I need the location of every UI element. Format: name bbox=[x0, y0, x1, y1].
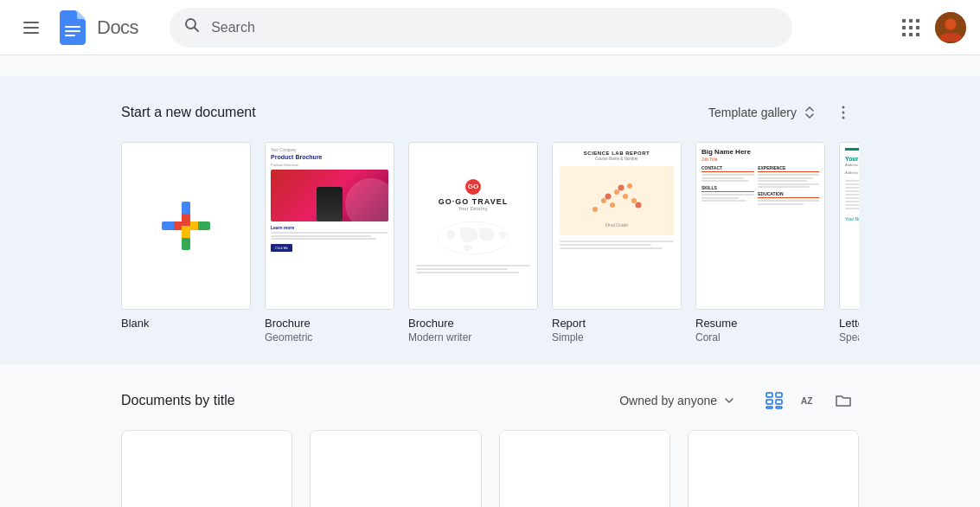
svg-rect-36 bbox=[776, 393, 782, 397]
search-input[interactable] bbox=[211, 20, 778, 35]
svg-rect-40 bbox=[776, 407, 782, 408]
svg-rect-3 bbox=[65, 26, 80, 28]
owned-by-button[interactable]: Owned by anyone bbox=[611, 388, 745, 413]
documents-section: Documents by title Owned by anyone bbox=[0, 364, 980, 507]
svg-rect-0 bbox=[23, 22, 39, 23]
doc-card-inner-1 bbox=[122, 431, 291, 507]
template-thumb-blank bbox=[121, 142, 251, 310]
svg-rect-37 bbox=[766, 400, 772, 404]
svg-point-29 bbox=[623, 194, 628, 199]
svg-point-24 bbox=[592, 207, 598, 212]
svg-point-30 bbox=[627, 183, 632, 189]
folder-view-button[interactable] bbox=[828, 385, 859, 416]
svg-rect-10 bbox=[916, 19, 919, 22]
owned-by-chevron-icon bbox=[722, 394, 736, 408]
doc-card-inner-3 bbox=[500, 431, 669, 507]
template-thumb-resume-coral: Big Name Here Job Title CONTACT SKILLS bbox=[695, 142, 825, 310]
plus-icon bbox=[162, 202, 210, 250]
template-gallery-button[interactable]: Template gallery bbox=[701, 99, 824, 125]
svg-rect-9 bbox=[909, 19, 913, 22]
svg-rect-11 bbox=[902, 26, 906, 29]
template-label-brochure-mw: Brochure bbox=[408, 317, 538, 330]
template-report-simple[interactable]: SCIENCE LAB REPORT Course Name & Number bbox=[552, 142, 682, 343]
svg-line-7 bbox=[195, 28, 199, 32]
svg-point-26 bbox=[605, 194, 612, 200]
svg-point-32 bbox=[636, 202, 642, 209]
main-content: Start a new document Template gallery bbox=[0, 55, 980, 507]
more-options-icon bbox=[835, 104, 852, 121]
header-controls: Template gallery bbox=[701, 97, 859, 128]
doc-card-3[interactable] bbox=[499, 430, 670, 507]
doc-card-4[interactable] bbox=[688, 430, 859, 507]
world-map-svg bbox=[434, 216, 512, 260]
sort-az-button[interactable]: AZ bbox=[793, 385, 824, 416]
grid-view-button[interactable] bbox=[759, 385, 790, 416]
svg-rect-16 bbox=[916, 33, 919, 36]
report-chart-svg: Final Grade bbox=[578, 170, 656, 231]
template-thumb-brochure-mw: GO GO·GO TRAVEL Your Destiny bbox=[408, 142, 538, 310]
svg-rect-38 bbox=[776, 400, 782, 404]
docs-section-header: Documents by title Owned by anyone bbox=[121, 385, 859, 416]
svg-point-33 bbox=[610, 202, 615, 208]
grid-view-icon bbox=[765, 392, 783, 409]
app-header: Docs bbox=[0, 0, 980, 55]
menu-icon[interactable] bbox=[14, 10, 48, 45]
template-thumb-letter: Your Name Address Line 1 Address Line 2 bbox=[839, 142, 859, 310]
svg-point-28 bbox=[618, 185, 625, 191]
search-icon bbox=[183, 16, 201, 38]
avatar-image bbox=[935, 12, 966, 43]
doc-card-1[interactable] bbox=[121, 430, 292, 507]
svg-rect-12 bbox=[909, 26, 913, 29]
svg-rect-5 bbox=[65, 35, 75, 36]
template-letter-spearmint[interactable]: Your Name Address Line 1 Address Line 2 bbox=[839, 142, 859, 343]
template-blank[interactable]: Blank bbox=[121, 142, 251, 343]
header-right bbox=[894, 10, 966, 45]
template-label-resume: Resume bbox=[695, 317, 825, 330]
template-label-brochure-geo: Brochure bbox=[265, 317, 394, 330]
doc-card-2[interactable] bbox=[310, 430, 481, 507]
svg-point-22 bbox=[842, 117, 845, 119]
docs-filters: Owned by anyone bbox=[611, 385, 859, 416]
svg-point-21 bbox=[842, 112, 845, 114]
chevron-updown-icon bbox=[802, 105, 817, 120]
template-brochure-geo[interactable]: Your Company Product Brochure Product Ov… bbox=[265, 142, 394, 343]
new-doc-title: Start a new document bbox=[121, 105, 256, 120]
docs-logo-icon bbox=[55, 10, 90, 45]
template-gallery-label: Template gallery bbox=[708, 106, 797, 119]
new-doc-header: Start a new document Template gallery bbox=[121, 97, 859, 128]
doc-cards-grid bbox=[121, 430, 859, 507]
search-bar[interactable] bbox=[170, 8, 792, 48]
svg-rect-15 bbox=[909, 33, 913, 36]
svg-text:AZ: AZ bbox=[801, 396, 812, 406]
sort-az-icon: AZ bbox=[800, 392, 817, 409]
svg-rect-35 bbox=[766, 393, 772, 397]
template-brochure-mw[interactable]: GO GO·GO TRAVEL Your Destiny bbox=[408, 142, 538, 343]
owned-by-label: Owned by anyone bbox=[619, 394, 717, 408]
new-document-section: Start a new document Template gallery bbox=[0, 76, 980, 364]
template-label-letter: Letter bbox=[839, 317, 859, 330]
folder-icon bbox=[835, 392, 852, 409]
template-sublabel-brochure-geo: Geometric bbox=[265, 331, 394, 343]
svg-rect-39 bbox=[766, 407, 772, 408]
template-sublabel-brochure-mw: Modern writer bbox=[408, 331, 538, 343]
app-title: Docs bbox=[97, 16, 138, 39]
svg-rect-14 bbox=[902, 33, 906, 36]
template-sublabel-report: Simple bbox=[552, 331, 682, 343]
view-toggle: AZ bbox=[759, 385, 859, 416]
doc-card-inner-2 bbox=[311, 431, 480, 507]
template-sublabel-resume: Coral bbox=[695, 331, 825, 343]
template-label-blank: Blank bbox=[121, 317, 251, 330]
svg-rect-13 bbox=[916, 26, 919, 29]
more-options-button[interactable] bbox=[828, 97, 859, 128]
svg-rect-8 bbox=[902, 19, 906, 22]
svg-point-19 bbox=[945, 19, 956, 29]
svg-point-25 bbox=[601, 198, 606, 203]
svg-point-20 bbox=[842, 106, 845, 109]
template-resume-coral[interactable]: Big Name Here Job Title CONTACT SKILLS bbox=[695, 142, 825, 343]
avatar[interactable] bbox=[935, 12, 966, 43]
docs-section-title: Documents by title bbox=[121, 393, 235, 408]
header-left: Docs bbox=[14, 10, 138, 45]
svg-rect-1 bbox=[23, 27, 39, 29]
apps-grid-icon[interactable] bbox=[894, 10, 928, 45]
template-label-report: Report bbox=[552, 317, 682, 330]
